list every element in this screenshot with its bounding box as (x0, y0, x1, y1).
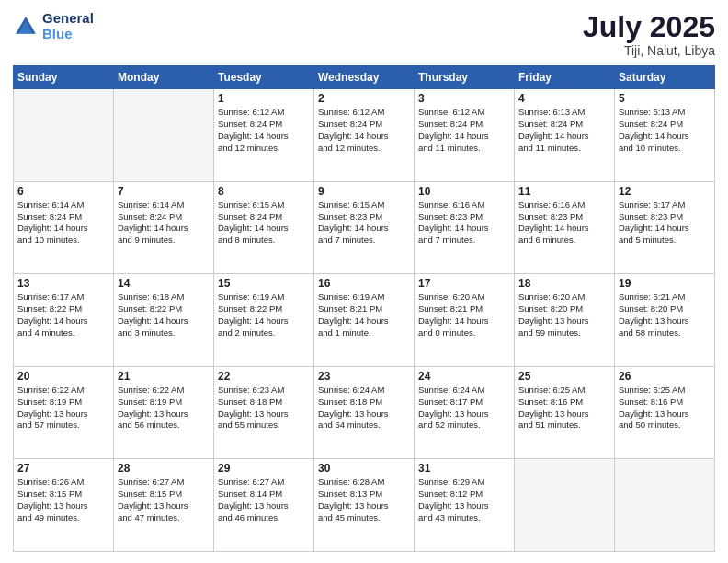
cell-info-line: Sunrise: 6:15 AM (218, 200, 310, 212)
calendar-cell: 10Sunrise: 6:16 AMSunset: 8:23 PMDayligh… (415, 181, 515, 274)
cell-info-line: and 46 minutes. (218, 512, 310, 524)
calendar-header-row: SundayMondayTuesdayWednesdayThursdayFrid… (14, 66, 715, 89)
cell-info-line: and 7 minutes. (418, 235, 510, 247)
cell-info-line: Daylight: 13 hours (218, 408, 310, 420)
cell-info-line: Sunset: 8:22 PM (118, 304, 210, 316)
calendar-cell: 25Sunrise: 6:25 AMSunset: 8:16 PMDayligh… (515, 366, 615, 459)
cell-info-line: and 57 minutes. (17, 419, 109, 431)
cell-info-line: and 58 minutes. (619, 327, 711, 339)
cell-info-line: Sunrise: 6:18 AM (118, 292, 210, 304)
cell-info-line: Sunset: 8:16 PM (619, 396, 711, 408)
day-number: 2 (318, 92, 410, 105)
cell-info-line: Sunrise: 6:24 AM (418, 385, 510, 396)
cell-info-line: Sunrise: 6:13 AM (619, 107, 711, 119)
calendar: SundayMondayTuesdayWednesdayThursdayFrid… (13, 65, 715, 552)
cell-info-line: Sunset: 8:13 PM (318, 488, 410, 500)
cell-info-line: Sunset: 8:23 PM (619, 212, 711, 224)
cell-info-line: Daylight: 14 hours (218, 131, 310, 143)
cell-info-line: and 43 minutes. (418, 512, 510, 524)
col-header-wednesday: Wednesday (314, 66, 415, 89)
calendar-cell: 8Sunrise: 6:15 AMSunset: 8:24 PMDaylight… (214, 181, 314, 274)
cell-info-line: Sunrise: 6:22 AM (17, 385, 109, 396)
cell-info-line: Daylight: 14 hours (518, 223, 610, 235)
day-number: 16 (318, 277, 410, 290)
calendar-cell: 28Sunrise: 6:27 AMSunset: 8:15 PMDayligh… (114, 459, 214, 552)
cell-info-line: Sunset: 8:24 PM (318, 119, 410, 131)
cell-info-line: Sunrise: 6:15 AM (318, 200, 410, 212)
cell-info-line: Daylight: 13 hours (17, 408, 109, 420)
cell-info-line: Sunrise: 6:19 AM (318, 292, 410, 304)
col-header-friday: Friday (515, 66, 615, 89)
cell-info-line: and 47 minutes. (118, 512, 210, 524)
calendar-week-1: 1Sunrise: 6:12 AMSunset: 8:24 PMDaylight… (14, 89, 715, 182)
cell-info-line: and 4 minutes. (17, 327, 109, 339)
cell-info-line: Sunrise: 6:27 AM (118, 477, 210, 488)
cell-info-line: Daylight: 13 hours (118, 500, 210, 512)
cell-info-line: Daylight: 14 hours (619, 131, 711, 143)
calendar-cell: 18Sunrise: 6:20 AMSunset: 8:20 PMDayligh… (515, 274, 615, 367)
header: General Blue July 2025 Tiji, Nalut, Liby… (13, 11, 715, 58)
cell-info-line: Daylight: 13 hours (418, 500, 510, 512)
cell-info-line: Sunset: 8:14 PM (218, 488, 310, 500)
cell-info-line: Daylight: 13 hours (17, 500, 109, 512)
day-number: 18 (518, 277, 610, 290)
calendar-cell (14, 89, 114, 182)
calendar-cell (114, 89, 214, 182)
cell-info-line: and 10 minutes. (17, 235, 109, 247)
cell-info-line: and 11 minutes. (418, 143, 510, 155)
cell-info-line: and 10 minutes. (619, 143, 711, 155)
day-number: 30 (318, 462, 410, 475)
cell-info-line: Daylight: 14 hours (218, 223, 310, 235)
cell-info-line: and 5 minutes. (619, 235, 711, 247)
page: General Blue July 2025 Tiji, Nalut, Liby… (0, 0, 728, 563)
day-number: 28 (118, 462, 210, 475)
cell-info-line: Sunset: 8:23 PM (418, 212, 510, 224)
calendar-week-5: 27Sunrise: 6:26 AMSunset: 8:15 PMDayligh… (14, 459, 715, 552)
day-number: 14 (118, 277, 210, 290)
cell-info-line: Sunset: 8:24 PM (218, 212, 310, 224)
calendar-cell: 14Sunrise: 6:18 AMSunset: 8:22 PMDayligh… (114, 274, 214, 367)
day-number: 4 (518, 92, 610, 105)
day-number: 9 (318, 185, 410, 198)
cell-info-line: Daylight: 14 hours (418, 223, 510, 235)
cell-info-line: and 50 minutes. (619, 419, 711, 431)
day-number: 7 (118, 185, 210, 198)
cell-info-line: and 56 minutes. (118, 419, 210, 431)
cell-info-line: Daylight: 14 hours (518, 131, 610, 143)
cell-info-line: Daylight: 14 hours (318, 223, 410, 235)
cell-info-line: Sunset: 8:17 PM (418, 396, 510, 408)
cell-info-line: Sunrise: 6:25 AM (518, 385, 610, 396)
day-number: 17 (418, 277, 510, 290)
calendar-week-4: 20Sunrise: 6:22 AMSunset: 8:19 PMDayligh… (14, 366, 715, 459)
day-number: 29 (218, 462, 310, 475)
cell-info-line: Daylight: 13 hours (318, 500, 410, 512)
col-header-tuesday: Tuesday (214, 66, 314, 89)
cell-info-line: Sunrise: 6:19 AM (218, 292, 310, 304)
calendar-cell: 23Sunrise: 6:24 AMSunset: 8:18 PMDayligh… (314, 366, 415, 459)
col-header-monday: Monday (114, 66, 214, 89)
cell-info-line: and 45 minutes. (318, 512, 410, 524)
title-block: July 2025 Tiji, Nalut, Libya (583, 11, 715, 58)
cell-info-line: Sunrise: 6:16 AM (418, 200, 510, 212)
cell-info-line: Daylight: 13 hours (518, 408, 610, 420)
cell-info-line: Sunset: 8:24 PM (619, 119, 711, 131)
cell-info-line: Sunrise: 6:12 AM (418, 107, 510, 119)
cell-info-line: Sunrise: 6:14 AM (17, 200, 109, 212)
calendar-cell: 27Sunrise: 6:26 AMSunset: 8:15 PMDayligh… (14, 459, 114, 552)
col-header-sunday: Sunday (14, 66, 114, 89)
cell-info-line: Sunrise: 6:27 AM (218, 477, 310, 488)
cell-info-line: Sunset: 8:24 PM (418, 119, 510, 131)
cell-info-line: Sunrise: 6:16 AM (518, 200, 610, 212)
cell-info-line: Sunset: 8:22 PM (218, 304, 310, 316)
calendar-cell: 20Sunrise: 6:22 AMSunset: 8:19 PMDayligh… (14, 366, 114, 459)
cell-info-line: and 6 minutes. (518, 235, 610, 247)
cell-info-line: Sunset: 8:16 PM (518, 396, 610, 408)
cell-info-line: and 55 minutes. (218, 419, 310, 431)
calendar-week-2: 6Sunrise: 6:14 AMSunset: 8:24 PMDaylight… (14, 181, 715, 274)
location: Tiji, Nalut, Libya (583, 43, 715, 58)
calendar-cell: 6Sunrise: 6:14 AMSunset: 8:24 PMDaylight… (14, 181, 114, 274)
cell-info-line: Daylight: 14 hours (218, 316, 310, 327)
calendar-cell: 3Sunrise: 6:12 AMSunset: 8:24 PMDaylight… (415, 89, 515, 182)
cell-info-line: Daylight: 14 hours (118, 316, 210, 327)
cell-info-line: Sunrise: 6:21 AM (619, 292, 711, 304)
